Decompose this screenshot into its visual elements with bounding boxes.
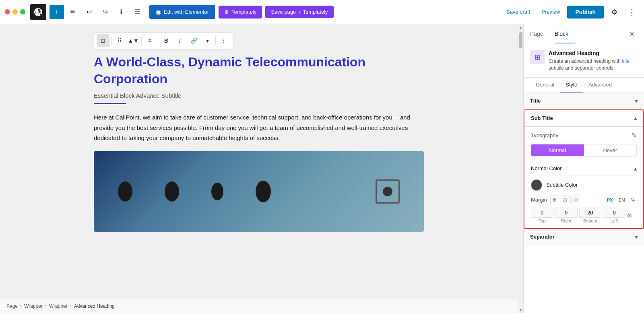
title-chevron-icon: ▾ [635,98,638,104]
minimize-traffic-light[interactable] [12,9,18,14]
breadcrumb-advanced-heading[interactable]: Advanced Heading [74,303,115,309]
normal-color-section: Normal Color ▴ Subtitle Color [531,162,637,191]
title-label: Title [530,98,541,104]
settings-button[interactable]: ⚙ [607,5,621,19]
page-body[interactable]: Here at CallPoint, we aim to take care o… [94,112,424,143]
separator-section: Separator ▾ [524,229,644,245]
subtitle-body: Typography ✎ Normal Hover [524,127,643,228]
subtitle-color-swatch[interactable] [531,179,542,191]
img-square [376,179,400,204]
save-draft-button[interactable]: Save draft [502,6,534,17]
sub-tab-general[interactable]: General [530,78,560,93]
main-layout: ⊡ ⠿ ▲▼ ≡ B I 🔗 ▾ ⋮ A World-Class, Dynami… [0,24,644,313]
breadcrumb-wrapper-2[interactable]: Wrapper [49,303,68,309]
breadcrumb-wrapper-1[interactable]: Wrapper [24,303,43,309]
list-view-button[interactable]: ☰ [130,5,144,19]
tab-block[interactable]: Block [555,25,575,43]
normal-color-header[interactable]: Normal Color ▴ [531,162,637,175]
italic-button[interactable]: I [173,34,186,47]
breadcrumb: Page › Wrapper › Wrapper › Advanced Head… [0,299,518,313]
save-templately-label: Save page in Templately [271,9,328,15]
margin-right-input[interactable] [555,208,578,218]
close-traffic-light[interactable] [5,9,10,14]
breadcrumb-page[interactable]: Page [6,303,18,309]
move-up-down-button[interactable]: ▲▼ [127,34,140,47]
state-tabs: Normal Hover [531,144,637,156]
panel-header: Page Block × [524,24,644,44]
block-type-button[interactable]: ⊡ [97,34,109,47]
maximize-traffic-light[interactable] [20,9,25,14]
block-title: Advanced Heading [549,50,638,56]
redo-button[interactable]: ↪ [98,5,112,19]
state-tab-normal[interactable]: Normal [531,144,584,156]
more-options-button[interactable]: ⋮ [625,5,639,19]
block-info: ⊞ Advanced Heading Create an advanced he… [524,44,644,78]
info-button[interactable]: ℹ [114,5,128,19]
more-rich-text[interactable]: ▾ [201,34,214,47]
bold-button[interactable]: B [160,34,173,47]
sub-tab-advanced[interactable]: Advanced [583,78,617,93]
block-icon: ⊞ [530,50,545,64]
elementor-icon: ◉ [156,8,161,16]
sub-tab-style[interactable]: Style [560,78,583,93]
margin-bottom-input[interactable] [579,208,602,218]
tab-page[interactable]: Page [530,25,550,43]
separator-accordion-header[interactable]: Separator ▾ [524,229,644,245]
editor-area: ⊡ ⠿ ▲▼ ≡ B I 🔗 ▾ ⋮ A World-Class, Dynami… [0,24,518,313]
save-page-in-templately-button[interactable]: Save page in Templately [265,6,333,18]
block-toolbar: ⊡ ⠿ ▲▼ ≡ B I 🔗 ▾ ⋮ [94,32,233,49]
topbar-center: ◉ Edit with Elementor ❋ Templately Save … [149,5,502,19]
toolbar-divider-3 [158,36,158,45]
circle-3 [211,183,223,200]
margin-inputs: Top Right Bottom [531,208,637,223]
unit-percent[interactable]: % [629,197,637,203]
state-tab-hover[interactable]: Hover [584,144,637,156]
templately-label: Templately [231,9,256,15]
margin-link-icon[interactable]: ⊠ [627,212,637,218]
page-subtitle[interactable]: Essential Block Advance Subtitle [94,92,424,99]
inner-circle [383,187,392,196]
subtitle-color-row: Subtitle Color [531,179,637,191]
subtitle-color-label: Subtitle Color [546,182,578,188]
drag-handle[interactable]: ⠿ [113,34,126,47]
unit-em[interactable]: EM [617,197,627,203]
undo-button[interactable]: ↩ [82,5,96,19]
add-block-button[interactable]: + [50,5,64,19]
edit-with-elementor-button[interactable]: ◉ Edit with Elementor [149,5,215,19]
preview-button[interactable]: Preview [537,6,564,17]
right-panel: Page Block × ⊞ Advanced Heading Create a… [523,24,644,313]
link-button[interactable]: 🔗 [187,34,200,47]
subtitle-chevron-icon: ▴ [634,115,637,121]
scroll-indicator[interactable] [519,32,522,48]
scroll-up-arrow[interactable]: ▲ [519,25,523,29]
panel-close-button[interactable]: × [626,29,638,40]
block-options-button[interactable]: ⋮ [217,34,230,47]
page-heading[interactable]: A World-Class, Dynamic Telecommunication… [94,54,424,87]
margin-icons: ▤ ◫ ⬜ [550,196,580,204]
page-image [94,151,424,232]
margin-horizontal-icon[interactable]: ◫ [561,196,570,204]
margin-top-input[interactable] [531,208,553,218]
subtitle-accordion-header[interactable]: Sub Title ▴ [524,110,643,127]
title-link[interactable]: title [622,58,630,64]
margin-section: Margin ▤ ◫ ⬜ PX EM % [531,196,637,223]
align-button[interactable]: ≡ [143,34,156,47]
margin-unit-tabs: PX EM % [605,197,637,203]
breadcrumb-sep-1: › [20,303,22,309]
title-accordion-header[interactable]: Title ▾ [524,93,644,109]
margin-vertical-icon[interactable]: ⬜ [571,196,580,204]
subtitle-section: Sub Title ▴ Typography ✎ Normal [524,109,644,229]
title-accordion: Title ▾ [524,93,644,109]
pen-tool-button[interactable]: ✏ [66,5,80,19]
unit-px[interactable]: PX [605,197,615,203]
templately-button[interactable]: ❋ Templately [219,6,262,19]
margin-all-icon[interactable]: ▤ [550,196,559,204]
scroll-down-arrow[interactable]: ▼ [519,308,523,312]
wordpress-logo[interactable] [30,4,46,20]
typography-edit-button[interactable]: ✎ [632,132,637,139]
margin-right-wrap: Right [555,208,578,223]
normal-color-chevron-icon: ▴ [634,165,637,172]
image-decoration [94,151,424,232]
margin-left-input[interactable] [603,208,625,218]
publish-button[interactable]: Publish [567,6,604,19]
